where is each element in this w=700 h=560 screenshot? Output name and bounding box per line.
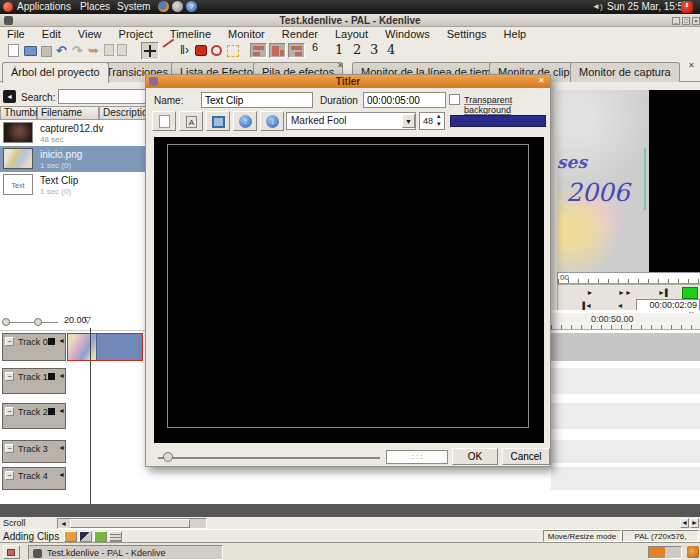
menu-view[interactable]: View xyxy=(71,27,109,41)
tab-arbol-del-proyecto[interactable]: Árbol del proyecto xyxy=(2,62,109,83)
collapse-track-icon[interactable]: − xyxy=(5,337,14,346)
add-rectangle-button[interactable] xyxy=(206,111,230,131)
frame-position-field[interactable]: : : : xyxy=(386,450,448,464)
speaker-icon[interactable]: ◄ xyxy=(58,407,65,414)
playhead-marker-icon[interactable]: ▽ xyxy=(84,315,91,325)
track-header-4[interactable]: − Track 4 ◄ xyxy=(2,467,66,490)
paste-icon[interactable] xyxy=(117,44,127,56)
stop-icon[interactable] xyxy=(211,45,222,56)
image-clip-icon[interactable] xyxy=(79,531,92,542)
task-button[interactable]: Test.kdenlive - PAL - Kdenlive xyxy=(28,545,223,560)
spacer-tool-icon[interactable]: ‖› xyxy=(180,43,189,57)
video-mute-icon[interactable] xyxy=(48,338,55,345)
slideshow-clip-icon[interactable] xyxy=(109,531,122,542)
font-select[interactable]: Marked Fool ▼ xyxy=(286,112,416,130)
cancel-button[interactable]: Cancel xyxy=(502,448,550,465)
transparent-background-checkbox[interactable] xyxy=(449,94,460,105)
razor-tool-icon[interactable] xyxy=(162,39,174,48)
speaker-icon[interactable]: ◄ xyxy=(58,372,65,379)
text-clip-on-timeline[interactable] xyxy=(96,334,142,360)
record-icon[interactable] xyxy=(195,45,207,56)
copy-icon[interactable] xyxy=(104,44,114,56)
font-select-arrow[interactable]: ▼ xyxy=(402,114,415,128)
image-clip[interactable] xyxy=(68,334,96,360)
clear-search-button[interactable]: ◂ xyxy=(3,90,16,103)
workspace-cell[interactable] xyxy=(665,547,681,558)
video-mute-icon[interactable] xyxy=(48,373,55,380)
paste-special-icon[interactable]: ➥ xyxy=(88,43,99,58)
zoom-slider-handle-2[interactable] xyxy=(34,318,42,326)
fast-forward-button[interactable]: ►► xyxy=(614,287,636,298)
track-lane-right-1[interactable] xyxy=(551,368,700,394)
scroll-right-arrow-right-icon[interactable]: ► xyxy=(690,518,699,528)
menu-project[interactable]: Project xyxy=(112,27,160,41)
track-lane-right-4[interactable] xyxy=(551,467,700,490)
open-file-icon[interactable] xyxy=(24,46,37,56)
duration-input[interactable] xyxy=(363,92,446,108)
timeline-slider-track[interactable] xyxy=(158,457,380,459)
launcher-icon[interactable] xyxy=(172,1,183,12)
track-header-2[interactable]: − Track 2 ◄ xyxy=(2,403,66,429)
redo-icon[interactable]: ↷ xyxy=(72,43,83,58)
title-preview-canvas[interactable] xyxy=(154,137,544,443)
selected-clip-group[interactable] xyxy=(67,333,143,361)
undo-icon[interactable]: ↶ xyxy=(56,43,67,58)
collapse-track-icon[interactable]: − xyxy=(5,471,14,480)
layout-monitor-button-2[interactable] xyxy=(269,43,286,58)
menu-layout[interactable]: Layout xyxy=(328,27,375,41)
zoom-slider-track[interactable] xyxy=(8,322,58,323)
speaker-icon[interactable]: ◄ xyxy=(58,444,65,451)
horizontal-scrollbar[interactable]: ◄ xyxy=(57,518,207,529)
workspace-cell-active[interactable] xyxy=(649,547,665,558)
monitor-ruler[interactable]: 00 xyxy=(557,272,700,284)
edit-text-button[interactable]: A xyxy=(179,111,203,131)
track-lane-right-3[interactable] xyxy=(551,440,700,463)
menu-windows[interactable]: Windows xyxy=(378,27,437,41)
workspace-4-button[interactable]: 4 xyxy=(387,42,395,57)
name-input[interactable] xyxy=(201,92,313,108)
help-launcher-icon[interactable]: ? xyxy=(186,1,197,12)
layout-monitor-button-1[interactable] xyxy=(250,43,267,58)
tab-monitor-de-captura[interactable]: Monitor de captura xyxy=(570,62,680,82)
menu-file[interactable]: File xyxy=(0,27,32,41)
menu-settings[interactable]: Settings xyxy=(440,27,494,41)
window-titlebar[interactable]: Test.kdenlive - PAL - Kdenlive _ □ × xyxy=(0,14,700,27)
font-size-spinner[interactable]: 48 ▴ ▾ xyxy=(419,112,445,130)
volume-icon[interactable]: ◄) xyxy=(592,2,603,11)
applications-menu[interactable]: Applications xyxy=(17,1,71,12)
track-header-1[interactable]: − Track 1 ◄ xyxy=(2,368,66,394)
dialog-titlebar[interactable]: Titler ✕ xyxy=(146,75,550,88)
menu-monitor[interactable]: Monitor xyxy=(221,27,272,41)
scroll-right-arrow-left-icon[interactable]: ◄ xyxy=(680,518,689,528)
lower-object-button[interactable]: ↓ xyxy=(260,111,284,131)
collapse-track-icon[interactable]: − xyxy=(5,444,14,453)
save-icon[interactable] xyxy=(41,46,52,57)
workspace-2-button[interactable]: 2 xyxy=(353,42,361,57)
move-tool-button[interactable] xyxy=(141,42,159,60)
speaker-icon[interactable]: ◄ xyxy=(58,471,65,478)
workspace-3-button[interactable]: 3 xyxy=(370,42,378,57)
minimize-button[interactable]: _ xyxy=(672,17,680,25)
menu-render[interactable]: Render xyxy=(275,27,325,41)
menu-edit[interactable]: Edit xyxy=(35,27,68,41)
menu-help[interactable]: Help xyxy=(497,27,534,41)
ok-button[interactable]: OK xyxy=(452,448,498,465)
collapse-track-icon[interactable]: − xyxy=(5,372,14,381)
track-lane-right-2[interactable] xyxy=(551,403,700,429)
collapse-track-icon[interactable]: − xyxy=(5,407,14,416)
scrollbar-thumb[interactable] xyxy=(70,519,190,528)
new-file-icon[interactable] xyxy=(8,44,19,57)
notification-icon[interactable] xyxy=(687,546,699,558)
track-header-0[interactable]: − Track 0 ◄ xyxy=(2,333,66,361)
workspace-switcher[interactable] xyxy=(648,546,682,559)
zoom-slider-handle[interactable] xyxy=(2,318,10,326)
selection-icon[interactable] xyxy=(227,45,239,57)
places-menu[interactable]: Places xyxy=(80,1,110,12)
distro-logo-icon[interactable] xyxy=(3,2,13,12)
timeline-slider-handle[interactable] xyxy=(163,452,173,462)
monitor-dock-close-icon[interactable]: ✕ xyxy=(688,61,695,70)
play-button[interactable]: ► xyxy=(580,287,600,298)
new-text-button[interactable] xyxy=(152,111,176,131)
playhead-line[interactable] xyxy=(90,328,91,504)
horn-icon[interactable]: 6 xyxy=(312,41,318,53)
